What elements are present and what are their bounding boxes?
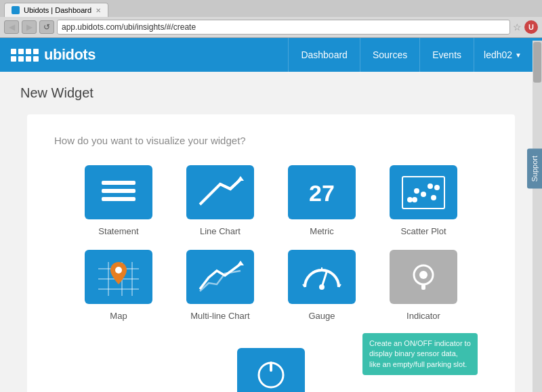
logo-area: ubidots [11, 46, 96, 64]
tab-close-button[interactable]: ✕ [96, 7, 101, 14]
widget-item-on-off[interactable] [237, 348, 305, 392]
browser-tab[interactable]: Ubidots | Dashboard ✕ [4, 3, 108, 17]
nav-user-menu[interactable]: ledh02 ▼ [474, 38, 531, 72]
logo-text: ubidots [44, 46, 96, 64]
svg-point-27 [419, 271, 428, 279]
bookmark-icon[interactable]: ☆ [513, 22, 522, 32]
widget-item-line-chart[interactable]: Line Chart [180, 165, 261, 236]
scatter-plot-label: Scatter Plot [400, 226, 446, 236]
address-input[interactable] [57, 20, 510, 35]
scrollbar-thumb[interactable] [533, 42, 541, 83]
scatter-plot-icon-box [390, 165, 457, 219]
widget-grid: Statement Line Chart [54, 165, 488, 321]
line-chart-icon-box [186, 165, 254, 219]
multi-line-chart-label: Multi-line Chart [190, 311, 249, 321]
metric-icon-box: 27 [288, 165, 356, 219]
logo-dot [33, 49, 39, 54]
logo-dot [26, 56, 31, 62]
navbar: ubidots Dashboard Sources Events ledh02 … [0, 38, 542, 72]
svg-point-9 [428, 183, 433, 189]
line-chart-label: Line Chart [200, 226, 241, 236]
widget-item-map[interactable]: Map [78, 250, 159, 321]
nav-link-dashboard[interactable]: Dashboard [288, 38, 360, 72]
svg-point-22 [319, 284, 325, 290]
page-title: New Widget [20, 85, 522, 101]
tab-favicon [12, 6, 20, 14]
nav-link-events[interactable]: Events [419, 38, 474, 72]
gauge-icon-box [288, 250, 356, 304]
widget-item-gauge[interactable]: Gauge [281, 250, 362, 321]
on-off-icon-box [237, 348, 305, 392]
logo-dot [11, 56, 16, 62]
indicator-tooltip: Create an ON/OFF indicator to display bi… [362, 333, 478, 375]
refresh-button[interactable]: ↺ [39, 20, 54, 34]
address-bar-row: ◀ ▶ ↺ ☆ U [0, 17, 542, 37]
svg-point-11 [412, 197, 417, 202]
svg-rect-0 [102, 181, 136, 185]
tab-bar: Ubidots | Dashboard ✕ [0, 0, 542, 17]
logo-dot [18, 56, 24, 62]
scrollbar[interactable] [533, 41, 542, 392]
metric-label: Metric [310, 226, 333, 236]
tooltip-text: Create an ON/OFF indicator to display bi… [369, 339, 471, 368]
widget-item-multi-line-chart[interactable]: Multi-line Chart [180, 250, 261, 321]
multi-line-chart-icon-box [186, 250, 254, 304]
logo-dot [33, 56, 39, 62]
svg-marker-20 [237, 261, 244, 265]
widget-item-metric[interactable]: 27 Metric [281, 165, 362, 236]
widget-panel: How do you want to visualize your widget… [27, 114, 515, 392]
indicator-icon-box [390, 250, 457, 304]
widget-item-statement[interactable]: Statement [78, 165, 159, 236]
svg-rect-1 [102, 189, 136, 193]
svg-marker-3 [237, 176, 244, 181]
svg-point-19 [115, 267, 122, 274]
statement-label: Statement [98, 226, 138, 236]
logo-dot [18, 49, 24, 54]
back-button[interactable]: ◀ [4, 20, 19, 34]
svg-rect-28 [421, 284, 425, 290]
support-button[interactable]: Support [527, 149, 542, 189]
extension-button[interactable]: U [524, 20, 538, 34]
svg-text:27: 27 [309, 180, 335, 206]
gauge-label: Gauge [308, 311, 335, 321]
forward-button[interactable]: ▶ [22, 20, 37, 34]
nav-links: Dashboard Sources Events ledh02 ▼ [288, 38, 531, 72]
logo-dot [11, 49, 16, 54]
svg-point-10 [434, 185, 440, 190]
svg-point-6 [407, 197, 413, 202]
svg-rect-2 [102, 197, 136, 201]
widget-item-scatter-plot[interactable]: Scatter Plot [383, 165, 464, 236]
page-content: New Widget How do you want to visualize … [0, 72, 542, 392]
widget-question: How do you want to visualize your widget… [54, 135, 488, 146]
svg-point-7 [414, 188, 419, 194]
statement-icon-box [85, 165, 152, 219]
svg-point-12 [431, 195, 436, 200]
app-container: ubidots Dashboard Sources Events ledh02 … [0, 38, 542, 392]
browser-chrome: Ubidots | Dashboard ✕ ◀ ▶ ↺ ☆ U [0, 0, 542, 38]
svg-point-8 [421, 192, 426, 197]
dropdown-arrow-icon: ▼ [515, 51, 522, 59]
logo-dots [11, 49, 39, 62]
tab-label: Ubidots | Dashboard [24, 6, 91, 14]
nav-link-sources[interactable]: Sources [360, 38, 419, 72]
map-label: Map [110, 311, 127, 321]
widget-item-indicator[interactable]: Indicator Create an ON/OFF indicator to … [383, 250, 464, 321]
indicator-label: Indicator [406, 311, 440, 321]
logo-dot [26, 49, 31, 54]
map-icon-box [85, 250, 152, 304]
